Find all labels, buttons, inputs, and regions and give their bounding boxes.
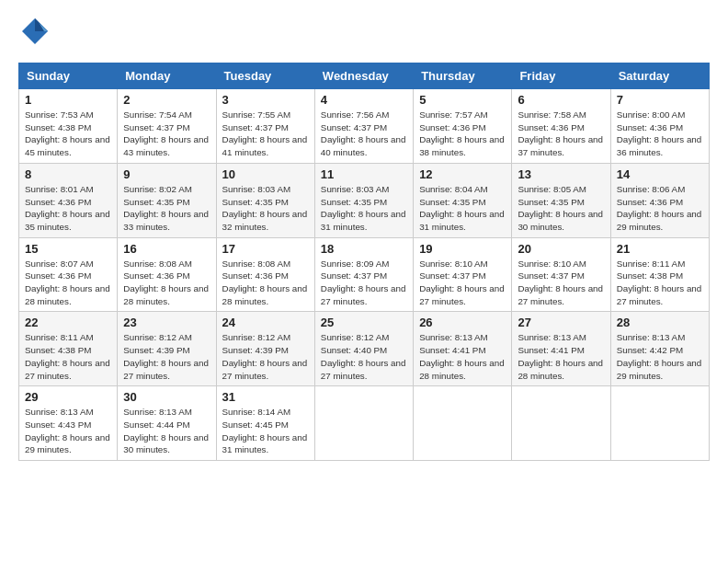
calendar-cell	[414, 386, 512, 461]
day-info: Sunrise: 8:12 AMSunset: 4:39 PMDaylight:…	[123, 332, 209, 380]
day-number: 10	[222, 167, 309, 181]
calendar-cell: 3Sunrise: 7:55 AMSunset: 4:37 PMDaylight…	[216, 89, 314, 164]
day-number: 9	[123, 167, 210, 181]
calendar-cell: 17Sunrise: 8:08 AMSunset: 4:36 PMDayligh…	[216, 237, 314, 312]
day-info: Sunrise: 8:10 AMSunset: 4:37 PMDaylight:…	[518, 259, 603, 306]
day-number: 21	[617, 242, 703, 256]
day-info: Sunrise: 8:12 AMSunset: 4:40 PMDaylight:…	[321, 332, 406, 380]
calendar-table: SundayMondayTuesdayWednesdayThursdayFrid…	[18, 63, 710, 461]
calendar-cell: 25Sunrise: 8:12 AMSunset: 4:40 PMDayligh…	[314, 312, 413, 386]
calendar-cell: 5Sunrise: 7:57 AMSunset: 4:36 PMDaylight…	[414, 89, 512, 164]
calendar-page: SundayMondayTuesdayWednesdayThursdayFrid…	[0, 0, 728, 563]
day-info: Sunrise: 8:01 AMSunset: 4:36 PMDaylight:…	[25, 184, 110, 232]
day-number: 7	[617, 93, 703, 107]
logo-icon	[18, 15, 51, 48]
day-number: 6	[518, 93, 604, 107]
day-info: Sunrise: 8:14 AMSunset: 4:45 PMDaylight:…	[222, 407, 308, 454]
day-number: 13	[518, 167, 604, 181]
day-info: Sunrise: 8:04 AMSunset: 4:35 PMDaylight:…	[419, 184, 505, 232]
day-number: 30	[123, 390, 210, 404]
day-number: 11	[321, 167, 407, 181]
calendar-cell: 2Sunrise: 7:54 AMSunset: 4:37 PMDaylight…	[118, 89, 216, 164]
day-info: Sunrise: 8:11 AMSunset: 4:38 PMDaylight:…	[617, 259, 702, 306]
days-header-row: SundayMondayTuesdayWednesdayThursdayFrid…	[19, 63, 710, 89]
day-number: 19	[419, 242, 506, 256]
day-number: 17	[222, 242, 309, 256]
calendar-cell: 16Sunrise: 8:08 AMSunset: 4:36 PMDayligh…	[118, 237, 216, 312]
header-thursday: Thursday	[414, 63, 512, 89]
week-row-4: 22Sunrise: 8:11 AMSunset: 4:38 PMDayligh…	[19, 312, 710, 386]
day-info: Sunrise: 8:13 AMSunset: 4:42 PMDaylight:…	[617, 332, 702, 380]
day-info: Sunrise: 8:11 AMSunset: 4:38 PMDaylight:…	[25, 332, 110, 380]
calendar-cell: 27Sunrise: 8:13 AMSunset: 4:41 PMDayligh…	[512, 312, 610, 386]
calendar-cell: 18Sunrise: 8:09 AMSunset: 4:37 PMDayligh…	[314, 237, 413, 312]
header	[18, 15, 710, 52]
calendar-cell: 13Sunrise: 8:05 AMSunset: 4:35 PMDayligh…	[512, 163, 610, 237]
day-info: Sunrise: 8:05 AMSunset: 4:35 PMDaylight:…	[518, 184, 603, 232]
day-number: 2	[123, 93, 210, 107]
calendar-cell: 14Sunrise: 8:06 AMSunset: 4:36 PMDayligh…	[610, 163, 709, 237]
day-info: Sunrise: 8:07 AMSunset: 4:36 PMDaylight:…	[25, 259, 110, 306]
week-row-5: 29Sunrise: 8:13 AMSunset: 4:43 PMDayligh…	[19, 386, 710, 461]
week-row-2: 8Sunrise: 8:01 AMSunset: 4:36 PMDaylight…	[19, 163, 710, 237]
calendar-cell: 23Sunrise: 8:12 AMSunset: 4:39 PMDayligh…	[118, 312, 216, 386]
day-info: Sunrise: 8:00 AMSunset: 4:36 PMDaylight:…	[617, 109, 702, 157]
day-number: 15	[25, 242, 111, 256]
calendar-cell: 15Sunrise: 8:07 AMSunset: 4:36 PMDayligh…	[19, 237, 118, 312]
day-info: Sunrise: 8:13 AMSunset: 4:44 PMDaylight:…	[123, 407, 209, 454]
header-friday: Friday	[512, 63, 610, 89]
day-info: Sunrise: 7:58 AMSunset: 4:36 PMDaylight:…	[518, 109, 603, 157]
calendar-cell	[314, 386, 413, 461]
calendar-cell: 11Sunrise: 8:03 AMSunset: 4:35 PMDayligh…	[314, 163, 413, 237]
calendar-cell: 22Sunrise: 8:11 AMSunset: 4:38 PMDayligh…	[19, 312, 118, 386]
day-info: Sunrise: 8:13 AMSunset: 4:43 PMDaylight:…	[25, 407, 110, 454]
calendar-cell: 12Sunrise: 8:04 AMSunset: 4:35 PMDayligh…	[414, 163, 512, 237]
day-info: Sunrise: 7:55 AMSunset: 4:37 PMDaylight:…	[222, 109, 308, 157]
calendar-cell: 4Sunrise: 7:56 AMSunset: 4:37 PMDaylight…	[314, 89, 413, 164]
day-number: 12	[419, 167, 506, 181]
calendar-cell: 20Sunrise: 8:10 AMSunset: 4:37 PMDayligh…	[512, 237, 610, 312]
day-info: Sunrise: 8:13 AMSunset: 4:41 PMDaylight:…	[419, 332, 505, 380]
calendar-cell: 24Sunrise: 8:12 AMSunset: 4:39 PMDayligh…	[216, 312, 314, 386]
day-number: 24	[222, 316, 309, 329]
calendar-cell: 10Sunrise: 8:03 AMSunset: 4:35 PMDayligh…	[216, 163, 314, 237]
day-info: Sunrise: 8:08 AMSunset: 4:36 PMDaylight:…	[222, 259, 308, 306]
day-info: Sunrise: 7:56 AMSunset: 4:37 PMDaylight:…	[321, 109, 406, 157]
day-info: Sunrise: 8:13 AMSunset: 4:41 PMDaylight:…	[518, 332, 603, 380]
day-number: 5	[419, 93, 506, 107]
header-sunday: Sunday	[19, 63, 118, 89]
day-number: 16	[123, 242, 210, 256]
day-info: Sunrise: 8:03 AMSunset: 4:35 PMDaylight:…	[222, 184, 308, 232]
day-info: Sunrise: 7:53 AMSunset: 4:38 PMDaylight:…	[25, 109, 110, 157]
day-number: 23	[123, 316, 210, 329]
calendar-cell: 28Sunrise: 8:13 AMSunset: 4:42 PMDayligh…	[610, 312, 709, 386]
day-info: Sunrise: 8:06 AMSunset: 4:36 PMDaylight:…	[617, 184, 702, 232]
day-info: Sunrise: 8:09 AMSunset: 4:37 PMDaylight:…	[321, 259, 406, 306]
calendar-cell: 30Sunrise: 8:13 AMSunset: 4:44 PMDayligh…	[118, 386, 216, 461]
logo	[18, 15, 55, 52]
day-number: 3	[222, 93, 309, 107]
calendar-cell: 7Sunrise: 8:00 AMSunset: 4:36 PMDaylight…	[610, 89, 709, 164]
calendar-cell: 6Sunrise: 7:58 AMSunset: 4:36 PMDaylight…	[512, 89, 610, 164]
day-number: 31	[222, 390, 309, 404]
calendar-cell: 1Sunrise: 7:53 AMSunset: 4:38 PMDaylight…	[19, 89, 118, 164]
week-row-1: 1Sunrise: 7:53 AMSunset: 4:38 PMDaylight…	[19, 89, 710, 164]
day-info: Sunrise: 8:03 AMSunset: 4:35 PMDaylight:…	[321, 184, 406, 232]
day-number: 1	[25, 93, 111, 107]
header-wednesday: Wednesday	[314, 63, 413, 89]
calendar-cell	[610, 386, 709, 461]
calendar-cell: 19Sunrise: 8:10 AMSunset: 4:37 PMDayligh…	[414, 237, 512, 312]
day-number: 8	[25, 167, 111, 181]
calendar-cell: 26Sunrise: 8:13 AMSunset: 4:41 PMDayligh…	[414, 312, 512, 386]
day-info: Sunrise: 8:02 AMSunset: 4:35 PMDaylight:…	[123, 184, 209, 232]
day-info: Sunrise: 7:54 AMSunset: 4:37 PMDaylight:…	[123, 109, 209, 157]
calendar-cell: 9Sunrise: 8:02 AMSunset: 4:35 PMDaylight…	[118, 163, 216, 237]
calendar-cell: 21Sunrise: 8:11 AMSunset: 4:38 PMDayligh…	[610, 237, 709, 312]
day-number: 18	[321, 242, 407, 256]
header-saturday: Saturday	[610, 63, 709, 89]
week-row-3: 15Sunrise: 8:07 AMSunset: 4:36 PMDayligh…	[19, 237, 710, 312]
day-number: 20	[518, 242, 604, 256]
day-number: 25	[321, 316, 407, 329]
day-number: 27	[518, 316, 604, 329]
header-tuesday: Tuesday	[216, 63, 314, 89]
